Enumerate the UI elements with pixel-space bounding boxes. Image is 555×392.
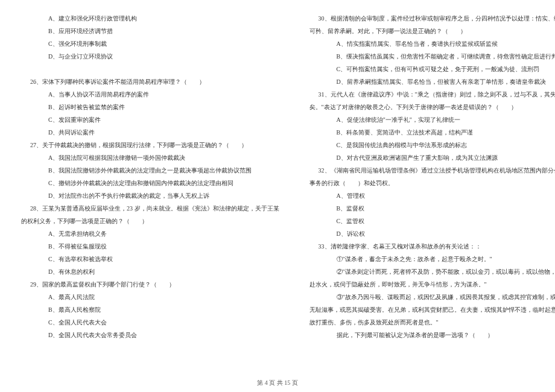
text-line: B、起诉时被告被监禁的案件 bbox=[21, 101, 279, 113]
text-line: 据此，下列最可能被认定为谋杀者的是哪一选项？（ ） bbox=[309, 329, 556, 341]
text-line: A、促使法律统治"一准乎礼"，实现了礼律统一 bbox=[309, 113, 556, 126]
text-line: C、有选举权和被选举权 bbox=[21, 253, 279, 265]
text-line: B、监督权 bbox=[309, 202, 556, 215]
text-line: 的权利义务，下列哪一选项是正确的？（ ） bbox=[21, 215, 279, 227]
text-line: ①"谋杀者，蓄念于未杀之先：故杀者，起意于殴杀之时。" bbox=[309, 253, 556, 265]
page-footer: 第 4 页 共 15 页 bbox=[0, 379, 555, 387]
text-line: D、与企业订立环境协议 bbox=[21, 50, 279, 63]
text-line: B、不得被征集服现役 bbox=[21, 240, 279, 253]
text-line: C、监管权 bbox=[309, 215, 556, 227]
text-line: 28、王某为某普通高校应届毕业生，23 岁，尚未就业。根据《宪法》和法律的规定，… bbox=[21, 202, 279, 215]
text-line: C、强化环境刑事制裁 bbox=[21, 37, 279, 50]
text-line: B、科条简要、宽简适中、立法技术高超，结构严谨 bbox=[309, 126, 556, 139]
text-line: D、共同诉讼案件 bbox=[21, 126, 279, 139]
text-line: B、缓决指案情虽属实，但危害性不能确定者，可继续调查，待危害性确定后进行判决 bbox=[309, 50, 556, 63]
text-line: 可矜、留养承嗣。对此，下列哪一说法是正确的？（ ） bbox=[309, 25, 556, 37]
text-line: D、对古代亚洲及欧洲诸国产生了重大影响，成为其立法渊源 bbox=[309, 151, 556, 164]
text-line: 故打重伤、多伤，伤多及致死处所而死者是也。" bbox=[309, 316, 556, 329]
text-line: A、建立和强化环境行政管理机构 bbox=[21, 12, 279, 25]
text-line: D、对法院作出的不予执行仲裁裁决的裁定，当事人无权上诉 bbox=[21, 189, 279, 202]
text-line: C、全国人民代表大会 bbox=[21, 316, 279, 329]
text-line: C、撤销涉外仲裁裁决的法定理由和撤销国内仲裁裁决的法定理由相同 bbox=[21, 177, 279, 189]
text-line: 27、关于仲裁裁决的撤销，根据我国现行法律，下列哪一选项是正确的？（ ） bbox=[21, 139, 279, 151]
text-line: A、管理权 bbox=[309, 189, 556, 202]
text-line: 26、宋体下列哪种民事诉讼案件不能适用简易程序审理？（ ） bbox=[21, 75, 279, 88]
text-line bbox=[21, 63, 279, 75]
text-line: A、当事人协议不适用简易程序的案件 bbox=[21, 88, 279, 101]
text-line: 31、元代人在《唐律疏议序》中说："乘之（指唐律）则过，除之则不及，过与不及，其… bbox=[309, 88, 556, 101]
text-line: 无耻滋事，或恶其揭破受害。在兄弟，或利其赀财肥己。在夫妻，或恨其妒悍不违，临时起… bbox=[309, 303, 556, 316]
text-line: A、情实指案情属实、罪名恰当者，奏请执行绞监候或斩监候 bbox=[309, 37, 556, 50]
text-line: C、是我国传统法典的楷模与中华法系形成的标志 bbox=[309, 139, 556, 151]
text-line: B、最高人民检察院 bbox=[21, 303, 279, 316]
text-line: ②"谋杀则定计而死，死者猝不及防，势不能敌，或以金刃，或以毒药，或以他物，或驱 bbox=[309, 265, 556, 278]
text-line: 33、清乾隆律学家、名幕王又槐对谋杀和故杀的有关论述：： bbox=[309, 240, 556, 253]
left-column: A、建立和强化环境行政管理机构B、应用环境经济调节措C、强化环境刑事制裁D、与企… bbox=[21, 12, 279, 368]
text-line: 30、根据清朝的会审制度，案件经过秋审或朝审程序之后，分四种情况予以处理：情实、… bbox=[309, 12, 556, 25]
text-line: A、无需承担纳税义务 bbox=[21, 227, 279, 240]
text-line: 事务的行政（ ）和处罚权。 bbox=[309, 177, 556, 189]
text-line: B、我国法院撤销涉外仲裁裁决的法定理由之一是裁决事项超出仲裁协议范围 bbox=[21, 164, 279, 177]
text-line: D、诉讼权 bbox=[309, 227, 556, 240]
text-line: A、我国法院可根据我国法律撤销一项外国仲裁裁决 bbox=[21, 151, 279, 164]
text-line: D、有休息的权利 bbox=[21, 265, 279, 278]
text-line: A、最高人民法院 bbox=[21, 291, 279, 303]
text-line: ③"故杀乃因斗殴、谋殴而起，或因忆及夙嫌，或因畏其报复，或虑其控官难制，或恐其 bbox=[309, 291, 556, 303]
text-line: D、全国人民代表大会常务委员会 bbox=[21, 329, 279, 341]
text-line: C、可矜指案情属实，但有可矜或可疑之处，免于死刑，一般减为徒、流刑罚 bbox=[309, 63, 556, 75]
text-line: 赴水火，或伺于隐蔽处所，即时致死，并无争斗情形，方为谋杀。" bbox=[309, 278, 556, 291]
text-line: 29、国家的最高监督权由下列哪个部门行使？（ ） bbox=[21, 278, 279, 291]
page-content: A、建立和强化环境行政管理机构B、应用环境经济调节措C、强化环境刑事制裁D、与企… bbox=[21, 12, 534, 368]
text-line: 32、《湖南省民用运输机场管理条例》通过立法授予机场管理机构在机场地区范围内部分… bbox=[309, 164, 556, 177]
text-line: D、留养承嗣指案情属实、罪名恰当，但被害人有亲老丁单情形，奏请皇帝裁决 bbox=[309, 75, 556, 88]
text-line: C、发回重审的案件 bbox=[21, 113, 279, 126]
page-number: 第 4 页 共 15 页 bbox=[257, 379, 298, 386]
right-column: 30、根据清朝的会审制度，案件经过秋审或朝审程序之后，分四种情况予以处理：情实、… bbox=[309, 12, 556, 368]
text-line: B、应用环境经济调节措 bbox=[21, 25, 279, 37]
text-line: 矣。"表达了对唐律的敬畏之心。下列关于唐律的哪一表述是错误的？（ ） bbox=[309, 101, 556, 113]
